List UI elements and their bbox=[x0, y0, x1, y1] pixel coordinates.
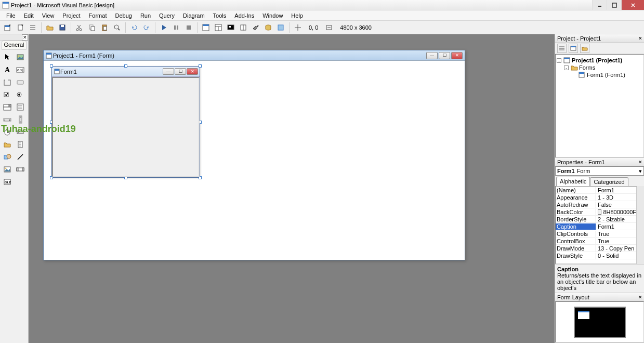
dirlistbox-tool[interactable] bbox=[2, 139, 13, 150]
listbox-tool[interactable] bbox=[15, 101, 26, 113]
form-designer-window[interactable]: Project1 - Form1 (Form) — ☐ ✕ bbox=[43, 50, 465, 260]
menu-window[interactable]: Window bbox=[258, 11, 287, 20]
property-value[interactable]: True bbox=[596, 238, 636, 244]
menu-format[interactable]: Format bbox=[85, 11, 111, 20]
menu-diagram[interactable]: Diagram bbox=[179, 11, 209, 20]
menu-editor-button[interactable] bbox=[27, 22, 38, 33]
component-manager-button[interactable] bbox=[275, 22, 286, 33]
menu-addins[interactable]: Add-Ins bbox=[230, 11, 258, 20]
break-button[interactable] bbox=[170, 22, 182, 33]
property-row[interactable]: ControlBoxTrue bbox=[556, 238, 636, 245]
data-view-button[interactable] bbox=[262, 22, 274, 33]
redo-button[interactable] bbox=[141, 22, 152, 33]
property-value[interactable]: 2 - Sizable bbox=[596, 216, 636, 222]
designer-close-button[interactable]: ✕ bbox=[451, 52, 463, 59]
property-row[interactable]: BackColor8H8000000F bbox=[556, 208, 636, 216]
checkbox-tool[interactable] bbox=[2, 89, 13, 100]
menu-help[interactable]: Help bbox=[287, 11, 307, 20]
toolbox-tab-general[interactable]: General bbox=[2, 41, 27, 50]
property-row[interactable]: DrawStyle0 - Solid bbox=[556, 252, 636, 259]
menu-tools[interactable]: Tools bbox=[209, 11, 231, 20]
maximize-button[interactable] bbox=[607, 0, 621, 10]
resize-handle[interactable] bbox=[50, 64, 53, 68]
property-row[interactable]: BorderStyle2 - Sizable bbox=[556, 216, 636, 223]
save-button[interactable] bbox=[57, 22, 68, 33]
form-preview[interactable]: Form1 — ☐ ✕ Tuhaa-android19 bbox=[51, 66, 200, 178]
form-design-grid[interactable]: Tuhaa-android19 bbox=[52, 77, 200, 177]
project-explorer-button[interactable] bbox=[200, 22, 212, 33]
menu-query[interactable]: Query bbox=[155, 11, 179, 20]
textbox-tool[interactable]: ab| bbox=[15, 64, 26, 75]
property-value[interactable]: 8H8000000F bbox=[596, 209, 636, 215]
property-value[interactable]: Form1 bbox=[596, 187, 636, 193]
project-tree[interactable]: - Project1 (Project1) - Forms Form1 (For… bbox=[555, 54, 644, 157]
menu-project[interactable]: Project bbox=[58, 11, 84, 20]
menu-debug[interactable]: Debug bbox=[111, 11, 136, 20]
expand-toggle[interactable]: - bbox=[564, 65, 569, 70]
menu-run[interactable]: Run bbox=[136, 11, 155, 20]
commandbutton-tool[interactable] bbox=[15, 76, 26, 88]
designer-maximize-button[interactable]: ☐ bbox=[439, 52, 450, 59]
form-layout-close-button[interactable]: ✕ bbox=[637, 294, 644, 301]
property-row[interactable]: AutoRedrawFalse bbox=[556, 201, 636, 208]
add-form-button[interactable]: ▾ bbox=[15, 22, 26, 33]
pointer-tool[interactable] bbox=[2, 51, 13, 63]
optionbutton-tool[interactable] bbox=[15, 89, 26, 100]
data-tool[interactable] bbox=[15, 164, 26, 175]
form-layout-preview[interactable] bbox=[555, 301, 644, 342]
properties-window-button[interactable] bbox=[213, 22, 224, 33]
designer-minimize-button[interactable]: — bbox=[426, 52, 438, 59]
property-row[interactable]: CaptionForm1 bbox=[556, 223, 636, 230]
resize-handle[interactable] bbox=[124, 64, 127, 68]
resize-handle[interactable] bbox=[199, 64, 202, 68]
menu-file[interactable]: File bbox=[2, 11, 20, 20]
combobox-tool[interactable] bbox=[2, 101, 13, 113]
tab-categorized[interactable]: Categorized bbox=[590, 177, 628, 186]
close-button[interactable] bbox=[621, 0, 644, 10]
property-value[interactable]: False bbox=[596, 202, 636, 208]
frame-tool[interactable] bbox=[2, 76, 13, 88]
project-panel-close-button[interactable]: ✕ bbox=[637, 35, 644, 42]
property-value[interactable]: Form1 bbox=[596, 223, 636, 230]
object-selector-combo[interactable]: Form1 Form ▾ bbox=[555, 166, 644, 176]
minimize-button[interactable] bbox=[592, 0, 607, 10]
property-row[interactable]: DrawMode13 - Copy Pen bbox=[556, 245, 636, 252]
filelistbox-tool[interactable] bbox=[15, 139, 26, 150]
property-value[interactable]: True bbox=[596, 231, 636, 237]
designer-titlebar[interactable]: Project1 - Form1 (Form) — ☐ ✕ bbox=[44, 50, 465, 61]
copy-button[interactable] bbox=[86, 22, 98, 33]
properties-grid[interactable]: (Name)Form1Appearance1 - 3DAutoRedrawFal… bbox=[555, 186, 637, 264]
open-button[interactable] bbox=[44, 22, 56, 33]
end-button[interactable] bbox=[183, 22, 194, 33]
tab-alphabetic[interactable]: Alphabetic bbox=[556, 177, 590, 186]
designer-surface[interactable]: Form1 — ☐ ✕ Tuhaa-android19 bbox=[44, 61, 465, 71]
tree-node-project[interactable]: - Project1 (Project1) bbox=[557, 57, 642, 64]
object-browser-button[interactable] bbox=[238, 22, 249, 33]
shape-tool[interactable] bbox=[2, 151, 13, 163]
property-value[interactable]: 13 - Copy Pen bbox=[596, 245, 636, 252]
add-project-button[interactable]: ▾ bbox=[2, 22, 14, 33]
line-tool[interactable] bbox=[15, 151, 26, 163]
tree-node-form1[interactable]: Form1 (Form1) bbox=[557, 71, 642, 78]
form-position-indicator[interactable] bbox=[578, 311, 589, 319]
label-tool[interactable]: A bbox=[2, 64, 13, 75]
cut-button[interactable] bbox=[74, 22, 85, 33]
find-button[interactable] bbox=[111, 22, 123, 33]
menu-view[interactable]: View bbox=[38, 11, 59, 20]
property-row[interactable]: ClipControlsTrue bbox=[556, 230, 636, 238]
expand-toggle[interactable]: - bbox=[557, 58, 561, 63]
property-value[interactable]: 0 - Solid bbox=[596, 253, 636, 259]
paste-button[interactable] bbox=[99, 22, 110, 33]
image-tool[interactable] bbox=[2, 164, 13, 175]
view-code-button[interactable] bbox=[557, 44, 567, 53]
undo-button[interactable] bbox=[128, 22, 140, 33]
toolbox-button[interactable] bbox=[250, 22, 261, 33]
property-value[interactable]: 1 - 3D bbox=[596, 194, 636, 201]
ole-tool[interactable]: OLE bbox=[2, 176, 13, 188]
menu-edit[interactable]: Edit bbox=[20, 11, 38, 20]
property-row[interactable]: (Name)Form1 bbox=[556, 187, 636, 194]
start-button[interactable] bbox=[158, 22, 169, 33]
properties-panel-close-button[interactable]: ✕ bbox=[637, 159, 644, 166]
toggle-folders-button[interactable] bbox=[580, 44, 589, 53]
form-layout-button[interactable] bbox=[225, 22, 236, 33]
